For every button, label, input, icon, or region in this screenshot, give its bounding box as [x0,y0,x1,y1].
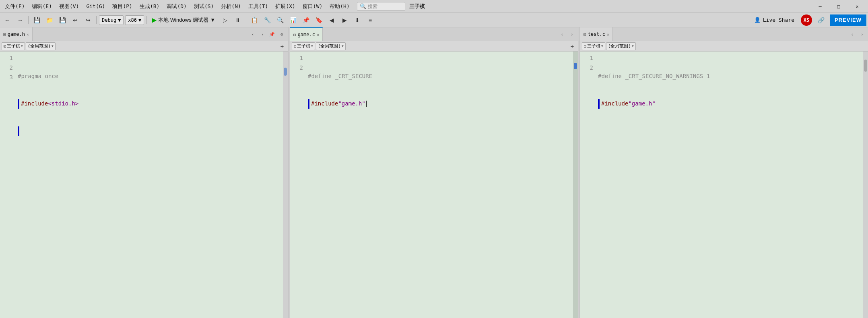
menu-file[interactable]: 文件(F) [2,1,28,12]
change-indicator-1-2 [18,99,19,109]
code-content-1[interactable]: #pragma once #include<stdio.h> [16,52,283,318]
scope-project-arrow-3: ▼ [601,44,603,48]
menu-tools[interactable]: 工具(T) [245,1,271,12]
run-button[interactable]: ▶ 本地 Windows 调试器 ▼ [149,15,218,25]
save-all-button[interactable]: 💾 [31,14,42,26]
tool6-button[interactable]: 🔖 [313,14,324,26]
tool1-button[interactable]: 📋 [249,14,260,26]
scrollbar-v-2[interactable] [573,52,578,318]
pause-button[interactable]: ⏸ [232,14,243,26]
tool8-button[interactable]: ▶ [339,14,350,26]
scope-add-2[interactable]: + [568,42,576,50]
divider-2 [579,27,579,318]
search-icon: 🔍 [360,3,366,9]
line-num-2-2: 2 [292,63,303,72]
close-button[interactable]: ✕ [848,0,866,13]
code-content-3[interactable]: #define _CRT_SECURE_NO_WARNINGS 1 #inclu… [596,52,863,318]
search-box[interactable]: 🔍 [357,2,405,10]
scrollbar-v-3[interactable] [863,52,868,318]
tab-scroll-left-1[interactable]: ‹ [248,30,257,39]
tool4-button[interactable]: 📊 [287,14,299,26]
user-avatar[interactable]: XS [801,14,812,26]
scope-range-2[interactable]: (全局范围) ▼ [316,42,346,50]
tool5-button[interactable]: 📌 [300,14,311,26]
scope-range-arrow-3: ▼ [632,44,634,48]
menu-edit[interactable]: 编辑(E) [29,1,55,12]
arch-config-dropdown[interactable]: x86 ▼ [125,15,144,25]
tab-pin-1[interactable]: 📌 [268,30,276,39]
debug-config-dropdown[interactable]: Debug ▼ [99,15,124,25]
scope-project-2[interactable]: ⊡ 三子棋 ▼ [292,42,315,50]
tab-settings-1[interactable]: ⚙ [277,30,286,39]
scrollbar-thumb-1[interactable] [284,68,287,76]
tab-bar-1: ⊡ game.h ✕ ‹ › 📌 ⚙ [0,27,288,41]
arch-config-arrow: ▼ [138,17,141,23]
tab-gamec-close[interactable]: ✕ [317,33,319,37]
back-button[interactable]: ← [2,14,13,26]
scope-project-arrow-2: ▼ [311,44,313,48]
liveshare-label: Live Share [763,17,794,23]
scrollbar-thumb-2[interactable] [574,63,577,69]
menu-extensions[interactable]: 扩展(X) [272,1,298,12]
liveshare-button[interactable]: 👤 Live Share [751,16,798,24]
code-content-2[interactable]: #define _CRT_SECURE #include"game.h" [306,52,573,318]
tool3-button[interactable]: 🔍 [274,14,286,26]
menu-analyze[interactable]: 分析(N) [218,1,244,12]
scope-project-label-3: 三子棋 [587,43,600,49]
tab-gameh[interactable]: ⊡ game.h ✕ [0,27,33,41]
undo-button[interactable]: ↩ [70,14,81,26]
menu-build[interactable]: 生成(B) [136,1,163,12]
debug-config-label: Debug [102,17,116,23]
tab-gamec[interactable]: ⊡ game.c ✕ [290,27,323,41]
tool9-button[interactable]: ⬇ [352,14,363,26]
menu-project[interactable]: 项目(P) [109,1,135,12]
search-input[interactable] [368,4,400,9]
scrollbar-v-1[interactable] [283,52,288,318]
code-line-1-1: #pragma once [18,71,281,81]
save-button[interactable]: 💾 [57,14,68,26]
preview-button[interactable]: PREVIEW [830,14,866,26]
tab-scroll-right-3[interactable]: › [858,30,866,39]
scope-project-icon-3: ⊡ [584,44,586,48]
tool2-button[interactable]: 🔧 [262,14,273,26]
share-button[interactable]: 🔗 [815,14,827,26]
tool10-button[interactable]: ≡ [365,14,376,26]
menu-window[interactable]: 窗口(W) [299,1,326,12]
menu-test[interactable]: 测试(S) [191,1,217,12]
forward-button[interactable]: → [14,14,26,26]
code-area-2[interactable]: 1 2 #define _CRT_SECURE #include"game.h" [290,52,578,318]
scope-project-icon-1: ⊡ [4,44,6,48]
open-button[interactable]: 📁 [44,14,55,26]
menu-view[interactable]: 视图(V) [56,1,82,12]
menu-debug[interactable]: 调试(D) [163,1,190,12]
code-area-1[interactable]: 1 2 3 #pragma once #include<stdio.h> [0,52,288,318]
minimize-button[interactable]: — [811,0,829,13]
tab-scroll-right-1[interactable]: › [258,30,267,39]
scope-range-1[interactable]: (全局范围) ▼ [26,42,56,50]
scope-project-arrow-1: ▼ [21,44,23,48]
editors-container: ⊡ game.h ✕ ‹ › 📌 ⚙ ⊡ 三子棋 ▼ (全局范围) ▼ + [0,27,868,318]
toolbar-right: 👤 Live Share XS 🔗 PREVIEW [748,14,866,26]
scope-project-3[interactable]: ⊡ 三子棋 ▼ [582,42,605,50]
liveshare-icon: 👤 [754,17,761,23]
tab-gameh-dirty: ✕ [27,32,29,37]
maximize-button[interactable]: □ [829,0,848,13]
attach-button[interactable]: ▷ [219,14,231,26]
line-numbers-3: 1 2 [580,52,596,318]
code-line-2-1: #define _CRT_SECURE [308,71,571,81]
menu-help[interactable]: 帮助(H) [326,1,353,12]
scope-add-1[interactable]: + [278,42,286,50]
scope-project-1[interactable]: ⊡ 三子棋 ▼ [2,42,25,50]
scope-project-label-1: 三子棋 [7,43,20,49]
redo-button[interactable]: ↪ [82,14,94,26]
scrollbar-thumb-3[interactable] [864,60,867,72]
code-area-3[interactable]: 1 2 #define _CRT_SECURE_NO_WARNINGS 1 #i… [580,52,868,318]
tab-scroll-left-3[interactable]: ‹ [848,30,857,39]
tab-scroll-left-2[interactable]: ‹ [558,30,567,39]
menu-git[interactable]: Git(G) [83,2,108,11]
tab-testc-close[interactable]: ✕ [607,32,609,37]
tab-scroll-right-2[interactable]: › [567,30,576,39]
scope-range-3[interactable]: (全局范围) ▼ [606,42,636,50]
tool7-button[interactable]: ◀ [326,14,337,26]
tab-testc[interactable]: ⊡ test.c ✕ [580,27,613,41]
